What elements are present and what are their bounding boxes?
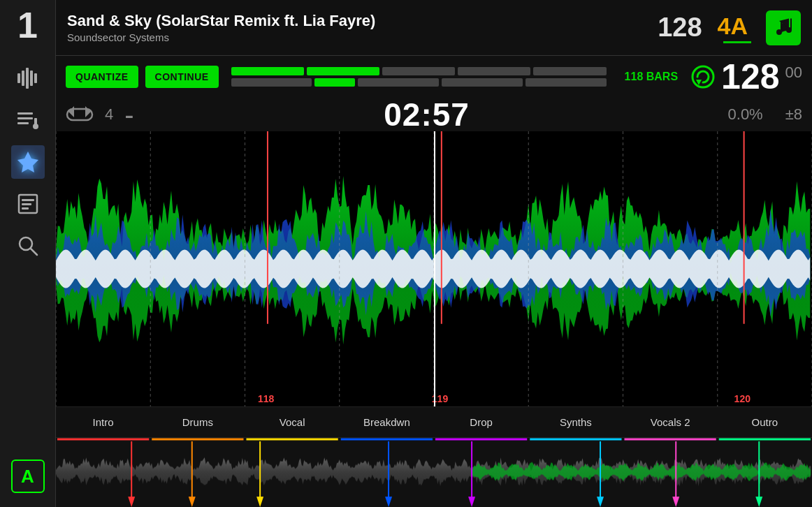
svg-rect-5 [17, 112, 33, 115]
progress-seg-2 [307, 67, 379, 75]
progress-row-top [231, 67, 607, 75]
svg-marker-10 [17, 152, 38, 172]
section-item-synths[interactable]: Synths [528, 412, 623, 432]
section-bar: IntroDrumsVocalBreakdwnDropSynthsVocals … [56, 406, 812, 437]
svg-text:♪: ♪ [777, 20, 785, 38]
time-display-area: - 02:57 [124, 96, 716, 133]
mini-waveform-area[interactable] [56, 437, 812, 507]
svg-rect-9 [34, 118, 37, 127]
progress-seg-9 [442, 78, 523, 87]
svg-rect-2 [26, 68, 29, 89]
loop-num: 4 [105, 105, 113, 124]
section-label: Breakdwn [363, 416, 410, 428]
svg-marker-26 [68, 106, 74, 117]
track-artist: Soundsector Systems [67, 31, 649, 43]
bars-label: 118 BARS [625, 71, 678, 83]
progress-seg-4 [458, 67, 530, 75]
track-info: Sand & Sky (SolarStar Remix ft. Lia Fayr… [67, 12, 649, 43]
section-item-drop[interactable]: Drop [434, 412, 528, 432]
mini-waveform-canvas[interactable] [56, 438, 812, 507]
key-underline [723, 41, 751, 43]
time-minus: - [124, 99, 133, 131]
sidebar-item-playlist[interactable] [11, 103, 45, 137]
sync-icon[interactable] [690, 64, 716, 89]
controls-bar: QUANTIZE CONTINUE 118 BARS [56, 56, 812, 98]
main-content: Sand & Sky (SolarStar Remix ft. Lia Fayr… [56, 0, 812, 507]
svg-rect-0 [17, 73, 20, 83]
sidebar-item-search[interactable] [11, 229, 45, 263]
progress-seg-8 [358, 78, 439, 87]
section-label: Outro [752, 416, 778, 428]
section-item-drums[interactable]: Drums [150, 412, 245, 432]
svg-rect-12 [22, 199, 34, 201]
progress-container [231, 67, 607, 87]
bpm-decimal: 00 [785, 64, 802, 82]
progress-seg-6 [231, 78, 312, 87]
section-item-vocals-2[interactable]: Vocals 2 [623, 412, 718, 432]
svg-rect-7 [17, 122, 29, 124]
section-label: Synths [560, 416, 592, 428]
section-label: Vocal [280, 416, 305, 428]
section-item-breakdwn[interactable]: Breakdwn [340, 412, 434, 432]
pitch-range: ±8 [785, 105, 802, 124]
bpm-display: 128 00 [690, 59, 802, 94]
track-bpm: 128 [658, 13, 702, 43]
progress-seg-1 [231, 67, 304, 75]
pitch-pct: 0.0% [728, 105, 763, 124]
section-item-outro[interactable]: Outro [718, 412, 812, 432]
svg-rect-13 [22, 203, 31, 205]
track-title: Sand & Sky (SolarStar Remix ft. Lia Fayr… [67, 12, 649, 30]
playhead [434, 131, 435, 406]
track-header: Sand & Sky (SolarStar Remix ft. Lia Fayr… [56, 0, 812, 56]
progress-seg-3 [382, 67, 455, 75]
deck-number: 1 [17, 7, 38, 43]
section-label: Vocals 2 [651, 416, 690, 428]
sidebar-item-library[interactable] [11, 187, 45, 221]
time-bar: 4 - 02:57 0.0% ±8 [56, 98, 812, 131]
svg-rect-20 [790, 18, 792, 30]
continue-button[interactable]: CONTINUE [145, 66, 219, 88]
svg-point-22 [693, 66, 713, 87]
svg-marker-25 [85, 106, 91, 117]
track-music-icon-box[interactable]: ♪ [766, 10, 801, 45]
sidebar-item-effects[interactable] [11, 145, 45, 179]
svg-rect-3 [30, 71, 33, 86]
section-label: Intro [93, 416, 114, 428]
section-item-intro[interactable]: Intro [56, 412, 150, 432]
time-display: 02:57 [137, 96, 717, 133]
sidebar: 1 [0, 0, 56, 507]
sidebar-item-waveform[interactable] [11, 61, 45, 95]
progress-row-bottom [231, 78, 607, 87]
music-note-icon: ♪ [774, 18, 793, 38]
svg-rect-1 [22, 71, 24, 86]
quantize-button[interactable]: QUANTIZE [66, 66, 138, 88]
progress-seg-7 [314, 78, 355, 87]
key-button[interactable]: A [11, 460, 45, 493]
svg-rect-14 [22, 207, 29, 210]
section-label: Drums [182, 416, 213, 428]
section-item-vocal[interactable]: Vocal [245, 412, 340, 432]
section-label: Drop [470, 416, 493, 428]
loop-icon[interactable] [66, 105, 94, 124]
progress-seg-10 [525, 78, 607, 87]
bpm-large: 128 [721, 59, 779, 94]
svg-rect-4 [34, 73, 37, 83]
progress-seg-5 [533, 67, 606, 75]
svg-line-16 [31, 249, 37, 255]
track-key: 4A [718, 13, 748, 40]
svg-rect-6 [17, 117, 33, 119]
track-key-col: 4A [718, 13, 757, 43]
waveform-wrapper[interactable] [56, 131, 812, 406]
